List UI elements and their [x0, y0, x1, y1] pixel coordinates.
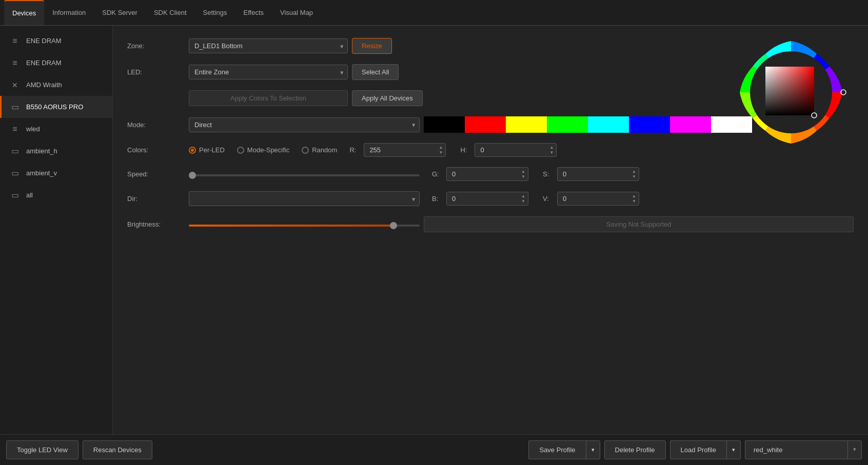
- led-label: LED:: [127, 68, 189, 76]
- swatch-red[interactable]: [465, 116, 506, 133]
- v-down[interactable]: ▼: [630, 199, 638, 204]
- s-input[interactable]: [557, 167, 639, 181]
- h-spinners: ▲ ▼: [547, 143, 556, 157]
- apply-colors-button[interactable]: Apply Colors To Selection: [189, 90, 348, 106]
- zone-select-wrapper: D_LED1 Bottom: [189, 38, 348, 53]
- tab-visual-map[interactable]: Visual Map: [272, 0, 321, 25]
- v-label: V:: [543, 195, 553, 203]
- tab-sdk-server[interactable]: SDK Server: [94, 0, 146, 25]
- s-down[interactable]: ▼: [630, 174, 638, 179]
- r-up[interactable]: ▲: [437, 145, 445, 150]
- g-input[interactable]: [446, 167, 528, 181]
- v-input[interactable]: [557, 192, 639, 206]
- dir-label: Dir:: [127, 195, 189, 203]
- h-up[interactable]: ▲: [547, 145, 556, 150]
- r-h-group: R: ▲ ▼ H: ▲ ▼: [349, 143, 557, 157]
- toggle-led-view-button[interactable]: Toggle LED View: [6, 440, 78, 459]
- load-profile-button[interactable]: Load Profile: [670, 440, 726, 459]
- b-input-wrapper: ▲ ▼: [446, 192, 528, 206]
- swatch-blue[interactable]: [629, 116, 670, 133]
- content-area: Zone: D_LED1 Bottom Resize LED: Entire Z…: [113, 26, 868, 434]
- swatch-yellow[interactable]: [506, 116, 547, 133]
- zone-select[interactable]: D_LED1 Bottom: [189, 38, 348, 53]
- colors-radio-group: Per-LED Mode-Specific Random: [189, 146, 337, 154]
- b-down[interactable]: ▼: [519, 199, 527, 204]
- save-profile-button[interactable]: Save Profile: [528, 440, 585, 459]
- sidebar-item-all[interactable]: all: [0, 184, 112, 206]
- r-input[interactable]: [364, 143, 446, 157]
- sidebar-item-ambient-h[interactable]: ambient_h: [0, 140, 112, 162]
- led-select[interactable]: Entire Zone: [189, 65, 348, 79]
- rescan-devices-button[interactable]: Rescan Devices: [83, 440, 152, 459]
- svg-rect-5: [765, 67, 814, 115]
- b-up[interactable]: ▲: [519, 194, 527, 199]
- apply-devices-button[interactable]: Apply All Devices: [352, 90, 423, 106]
- color-wheel-container[interactable]: [735, 36, 847, 149]
- g-down[interactable]: ▼: [519, 174, 527, 179]
- speed-slider-wrapper: [189, 170, 420, 178]
- r-spinners: ▲ ▼: [437, 143, 445, 157]
- h-label: H:: [460, 146, 470, 154]
- mode-select[interactable]: Direct: [189, 117, 420, 132]
- brightness-slider[interactable]: [189, 225, 420, 227]
- profile-name-select[interactable]: red_white: [745, 440, 847, 459]
- select-all-button[interactable]: Select All: [352, 64, 399, 80]
- r-input-wrapper: ▲ ▼: [364, 143, 446, 157]
- v-input-wrapper: ▲ ▼: [557, 192, 639, 206]
- sidebar-item-ene-dram-2[interactable]: ENE DRAM: [0, 52, 112, 74]
- speed-row: Speed: G: ▲ ▼ S: ▲: [127, 167, 854, 181]
- tab-information[interactable]: Information: [44, 0, 94, 25]
- sidebar-item-ene-dram-1[interactable]: ENE DRAM: [0, 30, 112, 52]
- s-label: S:: [543, 170, 553, 178]
- tab-bar: Devices Information SDK Server SDK Clien…: [0, 0, 868, 26]
- rect-icon-4: [10, 192, 20, 199]
- delete-profile-button[interactable]: Delete Profile: [604, 440, 666, 459]
- swatch-cyan[interactable]: [588, 116, 629, 133]
- brightness-slider-wrapper: [189, 220, 420, 228]
- swatch-magenta[interactable]: [670, 116, 711, 133]
- s-input-wrapper: ▲ ▼: [557, 167, 639, 181]
- swatch-black[interactable]: [424, 116, 465, 133]
- led-controls: Entire Zone Select All: [189, 64, 399, 80]
- load-profile-arrow[interactable]: ▾: [726, 440, 741, 459]
- dir-row: Dir: Left Right B: ▲ ▼ V:: [127, 191, 854, 206]
- profile-name-group: red_white ▾: [745, 440, 862, 459]
- bottom-bar: Toggle LED View Rescan Devices Save Prof…: [0, 434, 868, 465]
- v-up[interactable]: ▲: [630, 194, 638, 199]
- sidebar-item-wled[interactable]: wled: [0, 118, 112, 140]
- sidebar-item-ambient-v[interactable]: ambient_v: [0, 162, 112, 184]
- save-profile-arrow[interactable]: ▾: [586, 440, 600, 459]
- s-up[interactable]: ▲: [630, 169, 638, 174]
- b-input[interactable]: [446, 192, 528, 206]
- radio-per-led[interactable]: Per-LED: [189, 146, 225, 154]
- dir-select-wrapper: Left Right: [189, 191, 420, 206]
- sidebar-item-amd-wraith[interactable]: AMD Wraith: [0, 74, 112, 96]
- h-down[interactable]: ▼: [547, 150, 556, 155]
- speed-slider[interactable]: [189, 174, 420, 176]
- resize-button[interactable]: Resize: [352, 38, 392, 54]
- radio-circle-per-led: [189, 147, 196, 154]
- dir-select[interactable]: Left Right: [189, 191, 420, 206]
- radio-mode-specific[interactable]: Mode-Specific: [237, 146, 289, 154]
- zone-controls: D_LED1 Bottom Resize: [189, 38, 392, 54]
- tab-sdk-client[interactable]: SDK Client: [146, 0, 195, 25]
- radio-random[interactable]: Random: [302, 146, 337, 154]
- save-profile-group: Save Profile ▾: [528, 440, 600, 459]
- b-label: B:: [432, 195, 442, 203]
- color-swatches: [424, 116, 752, 133]
- radio-circle-random: [302, 147, 309, 154]
- tab-effects[interactable]: Effects: [235, 0, 272, 25]
- tab-devices[interactable]: Devices: [4, 0, 44, 25]
- sidebar-item-b550[interactable]: B550 AORUS PRO: [0, 96, 112, 118]
- tab-settings[interactable]: Settings: [195, 0, 235, 25]
- swatch-green[interactable]: [547, 116, 588, 133]
- cross-icon: [10, 82, 20, 89]
- rect-icon-2: [10, 148, 20, 155]
- profile-name-arrow[interactable]: ▾: [847, 440, 862, 459]
- main-layout: ENE DRAM ENE DRAM AMD Wraith B550 AORUS …: [0, 26, 868, 434]
- color-wheel[interactable]: [735, 36, 847, 149]
- g-up[interactable]: ▲: [519, 169, 527, 174]
- h-input[interactable]: [475, 143, 557, 157]
- colors-label: Colors:: [127, 146, 189, 154]
- r-down[interactable]: ▼: [437, 150, 445, 155]
